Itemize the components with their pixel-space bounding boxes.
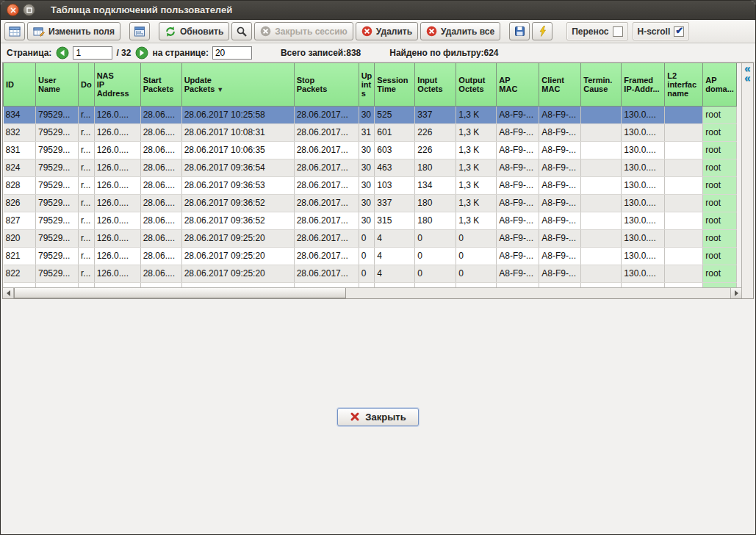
delete-button[interactable]: Удалить (356, 22, 418, 40)
hscroll-checkbox[interactable] (674, 26, 684, 37)
table-row[interactable]: 83279529...r...126.0....28.06....28.06.2… (4, 123, 737, 141)
cell-nas_ip_address: 126.0.... (94, 141, 140, 159)
cell-id: 821 (4, 247, 36, 265)
column-label: Termin. Cause (583, 76, 612, 93)
cell-framed_ip_addr: 130.0.... (622, 265, 665, 282)
column-header-start_packets[interactable]: Start Packets (140, 63, 181, 106)
table-row[interactable]: 82179529...r...126.0....28.06....28.06.2… (4, 247, 737, 265)
cell-update_packets: 28.06.2017 09:25:20 (181, 282, 294, 287)
cell-termin_cause (581, 176, 622, 194)
cell-ap_mac: A8-F9-... (497, 212, 539, 229)
table-row[interactable]: 82879529...r...126.0....28.06....28.06.2… (4, 176, 737, 194)
records-total-label: Всего записей:838 (281, 48, 361, 58)
table-row[interactable]: 83179529...r...126.0....28.06....28.06.2… (4, 141, 737, 159)
cell-up_int_s: 0 (359, 229, 375, 247)
cell-id: 832 (4, 123, 36, 141)
lightning-button[interactable] (532, 22, 552, 40)
cell-input_octets: 0 (415, 247, 456, 265)
cell-up_int_s: 31 (359, 123, 375, 141)
cell-session_time: 4 (375, 247, 415, 265)
cell-up_int_s: 30 (359, 159, 375, 176)
per-page-input[interactable] (212, 46, 252, 60)
column-side-panel: « « (741, 63, 753, 298)
cell-framed_ip_addr: 130.0.... (622, 247, 665, 265)
refresh-button[interactable]: Обновить (159, 22, 229, 40)
column-header-domain[interactable]: Do (79, 63, 95, 106)
next-page-button[interactable] (134, 46, 148, 60)
column-label: ID (6, 80, 14, 89)
form-button[interactable] (129, 22, 150, 40)
column-header-client_mac[interactable]: Client MAC (539, 63, 581, 106)
column-label: Input Octets (417, 76, 442, 93)
cell-nas_ip_address: 126.0.... (94, 265, 140, 282)
column-header-nas_ip_address[interactable]: NAS IP Address (94, 63, 140, 106)
column-label: Stop Packets (297, 76, 328, 93)
collapse-left-icon-2[interactable]: « (744, 73, 750, 82)
cell-ap_domain: root (703, 194, 737, 212)
scroll-right-icon (735, 290, 738, 296)
column-header-id[interactable]: ID (4, 63, 36, 106)
cell-l2_interface_name (665, 176, 703, 194)
cell-nas_ip_address: 126.0.... (94, 282, 140, 287)
cell-nas_ip_address: 126.0.... (94, 194, 140, 212)
delete-all-button[interactable]: Удалить все (420, 22, 500, 40)
table-row[interactable]: 82479529...r...126.0....28.06....28.06.2… (4, 159, 737, 176)
cell-session_time: 603 (375, 141, 415, 159)
cell-start_packets: 28.06.... (140, 282, 181, 287)
maximize-window-button[interactable] (23, 4, 35, 16)
table-row[interactable]: 82079529...r...126.0....28.06....28.06.2… (4, 229, 737, 247)
table-row[interactable]: 82779529...r...126.0....28.06....28.06.2… (4, 212, 737, 229)
horizontal-scrollbar[interactable] (3, 287, 741, 298)
per-page-label: на странице: (152, 48, 208, 58)
close-window-button[interactable] (7, 4, 19, 16)
search-button[interactable] (231, 22, 252, 40)
window-title: Таблица подключений пользователей (51, 4, 232, 15)
column-header-ap_mac[interactable]: AP MAC (497, 63, 539, 106)
cell-input_octets: 0 (415, 282, 456, 287)
cell-update_packets: 28.06.2017 09:25:20 (181, 265, 294, 282)
cell-update_packets: 28.06.2017 09:25:20 (181, 247, 294, 265)
column-header-user_name[interactable]: User Name (36, 63, 79, 106)
scroll-left-button[interactable] (3, 288, 14, 298)
column-header-termin_cause[interactable]: Termin. Cause (581, 63, 622, 106)
scroll-right-button[interactable] (730, 288, 741, 298)
table-row[interactable]: 82679529...r...126.0....28.06....28.06.2… (4, 194, 737, 212)
column-header-session_time[interactable]: Session Time (375, 63, 415, 106)
cell-output_octets: 1,3 K (456, 141, 497, 159)
edit-fields-button[interactable]: Изменить поля (27, 22, 120, 40)
cell-l2_interface_name (665, 194, 703, 212)
cell-session_time: 103 (375, 176, 415, 194)
column-label: L2 interfac name (667, 71, 696, 98)
close-session-button[interactable]: Закрыть сессию (254, 22, 353, 40)
cell-stop_packets: 28.06.2017... (294, 159, 359, 176)
cell-nas_ip_address: 126.0.... (94, 247, 140, 265)
page-input[interactable] (73, 46, 112, 60)
prev-page-button[interactable] (55, 46, 69, 60)
table-row[interactable]: 83479529...r...126.0....28.06....28.06.2… (4, 106, 737, 123)
cell-client_mac: A8-F9-... (539, 141, 581, 159)
column-header-ap_domain[interactable]: AP doma... (703, 63, 737, 106)
cell-client_mac: A8-F9-... (539, 123, 581, 141)
scrollbar-thumb[interactable] (14, 288, 346, 298)
save-button[interactable] (509, 22, 530, 40)
cell-start_packets: 28.06.... (140, 176, 181, 194)
cell-ap_domain: root (703, 106, 737, 123)
grid-view-button[interactable] (4, 22, 25, 40)
column-header-up_int_s[interactable]: Up int s (359, 63, 375, 106)
table-row[interactable]: 82279529...r...126.0....28.06....28.06.2… (4, 265, 737, 282)
column-header-l2_interface_name[interactable]: L2 interfac name (665, 63, 703, 106)
cell-domain: r... (79, 141, 95, 159)
wrap-checkbox[interactable] (613, 26, 623, 37)
cell-id: 831 (4, 141, 36, 159)
column-header-framed_ip_addr[interactable]: Framed IP-Addr... (622, 63, 665, 106)
table-row[interactable]: 82379529...r...126.0....28.06....28.06.2… (4, 282, 737, 287)
close-button[interactable]: Закрыть (337, 408, 418, 426)
column-header-output_octets[interactable]: Output Octets (456, 63, 497, 106)
cell-client_mac: A8-F9-... (539, 106, 581, 123)
cell-domain: r... (79, 229, 95, 247)
column-header-stop_packets[interactable]: Stop Packets (294, 63, 359, 106)
cell-l2_interface_name (665, 265, 703, 282)
cell-stop_packets: 28.06.2017... (294, 282, 359, 287)
column-header-input_octets[interactable]: Input Octets (415, 63, 456, 106)
column-header-update_packets[interactable]: Update Packets▼ (181, 63, 294, 106)
